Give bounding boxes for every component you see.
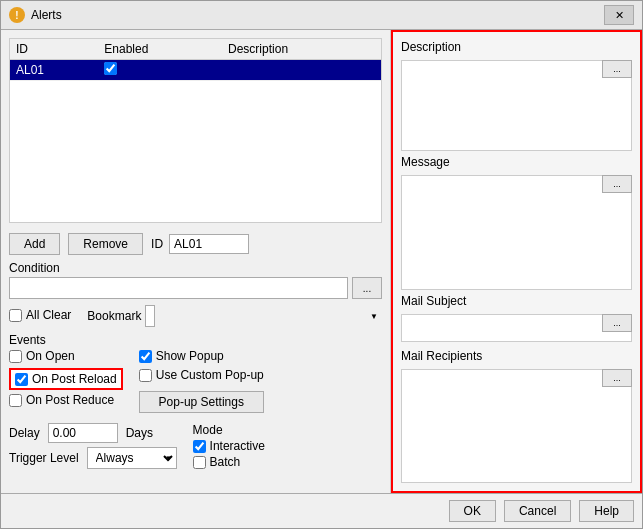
delay-trigger-col: Delay Days Trigger Level Always — [9, 419, 177, 469]
bookmark-row: Bookmark — [87, 305, 382, 327]
condition-section: Condition ... — [9, 261, 382, 299]
condition-row: ... — [9, 277, 382, 299]
id-input[interactable] — [169, 234, 249, 254]
condition-ellipsis-button[interactable]: ... — [352, 277, 382, 299]
mode-label: Mode — [193, 423, 265, 437]
on-post-reduce-row: On Post Reduce — [9, 393, 123, 407]
mail-recipients-field: ... — [401, 369, 632, 483]
on-post-reduce-checkbox[interactable] — [9, 394, 22, 407]
message-textarea[interactable] — [401, 175, 632, 289]
mail-subject-textarea[interactable] — [401, 314, 632, 342]
delay-input[interactable] — [48, 423, 118, 443]
app-icon: ! — [9, 7, 25, 23]
events-section: Events On Open On Post Reload — [9, 333, 382, 413]
allclear-bookmark-row: All Clear Bookmark — [9, 305, 382, 327]
mail-subject-field: ... — [401, 314, 632, 345]
all-clear-label: All Clear — [26, 308, 71, 322]
trigger-select-wrapper: Always — [87, 447, 177, 469]
days-label: Days — [126, 426, 153, 440]
use-custom-popup-row: Use Custom Pop-up — [139, 368, 264, 382]
show-popup-row: Show Popup — [139, 349, 264, 363]
description-ellipsis-button[interactable]: ... — [602, 60, 632, 78]
main-content: ID Enabled Description AL01 — [1, 30, 642, 493]
all-clear-row: All Clear — [9, 308, 71, 322]
on-post-reload-row: On Post Reload — [9, 368, 123, 390]
batch-checkbox[interactable] — [193, 456, 206, 469]
bookmark-label: Bookmark — [87, 309, 141, 323]
mail-recipients-label: Mail Recipients — [401, 349, 632, 363]
all-clear-checkbox[interactable] — [9, 309, 22, 322]
delay-label: Delay — [9, 426, 40, 440]
table-header-row: ID Enabled Description — [10, 39, 381, 60]
use-custom-popup-checkbox[interactable] — [139, 369, 152, 382]
bookmark-select-wrapper — [145, 305, 382, 327]
delay-row: Delay Days — [9, 423, 177, 443]
batch-row: Batch — [193, 455, 265, 469]
trigger-row: Trigger Level Always — [9, 447, 177, 469]
id-label: ID — [151, 237, 163, 251]
delay-mode-row: Delay Days Trigger Level Always — [9, 419, 382, 471]
interactive-row: Interactive — [193, 439, 265, 453]
interactive-label: Interactive — [210, 439, 265, 453]
mail-subject-label: Mail Subject — [401, 294, 632, 308]
show-popup-checkbox[interactable] — [139, 350, 152, 363]
col-enabled: Enabled — [98, 39, 222, 60]
alerts-window: ! Alerts ✕ ID Enabled Description — [0, 0, 643, 529]
cell-enabled — [98, 60, 222, 81]
cancel-button[interactable]: Cancel — [504, 500, 571, 522]
mode-section: Mode Interactive Batch — [193, 423, 265, 471]
description-label: Description — [401, 40, 632, 54]
interactive-checkbox[interactable] — [193, 440, 206, 453]
mail-recipients-textarea[interactable] — [401, 369, 632, 483]
condition-label: Condition — [9, 261, 382, 275]
on-open-label: On Open — [26, 349, 75, 363]
id-field: ID — [151, 234, 249, 254]
action-row: Add Remove ID — [9, 233, 382, 255]
remove-button[interactable]: Remove — [68, 233, 143, 255]
help-button[interactable]: Help — [579, 500, 634, 522]
close-button[interactable]: ✕ — [604, 5, 634, 25]
popup-settings-button[interactable]: Pop-up Settings — [139, 391, 264, 413]
table-row[interactable]: AL01 — [10, 60, 381, 81]
on-post-reduce-label: On Post Reduce — [26, 393, 114, 407]
on-open-row: On Open — [9, 349, 123, 363]
condition-input[interactable] — [9, 277, 348, 299]
on-post-reload-checkbox[interactable] — [15, 373, 28, 386]
title-bar: ! Alerts ✕ — [1, 1, 642, 30]
ok-button[interactable]: OK — [449, 500, 496, 522]
mail-subject-ellipsis-button[interactable]: ... — [602, 314, 632, 332]
add-button[interactable]: Add — [9, 233, 60, 255]
alerts-table-container: ID Enabled Description AL01 — [9, 38, 382, 223]
window-title: Alerts — [31, 8, 62, 22]
col-description: Description — [222, 39, 381, 60]
description-textarea[interactable] — [401, 60, 632, 151]
trigger-level-label: Trigger Level — [9, 451, 79, 465]
message-label: Message — [401, 155, 632, 169]
col-id: ID — [10, 39, 98, 60]
events-inner: On Open On Post Reload On Post Reduce — [9, 349, 382, 413]
cell-id: AL01 — [10, 60, 98, 81]
mail-recipients-ellipsis-button[interactable]: ... — [602, 369, 632, 387]
description-field: ... — [401, 60, 632, 151]
message-ellipsis-button[interactable]: ... — [602, 175, 632, 193]
show-popup-label: Show Popup — [156, 349, 224, 363]
alerts-table: ID Enabled Description AL01 — [10, 39, 381, 81]
events-right: Show Popup Use Custom Pop-up Pop-up Sett… — [139, 349, 264, 413]
message-field: ... — [401, 175, 632, 289]
left-panel: ID Enabled Description AL01 — [1, 30, 391, 493]
bookmark-select[interactable] — [145, 305, 155, 327]
footer: OK Cancel Help — [1, 493, 642, 528]
trigger-select[interactable]: Always — [87, 447, 177, 469]
events-left: On Open On Post Reload On Post Reduce — [9, 349, 123, 413]
right-panel: Description ... Message ... Mail Subject… — [391, 30, 642, 493]
on-post-reload-label: On Post Reload — [32, 372, 117, 386]
cell-description — [222, 60, 381, 81]
on-open-checkbox[interactable] — [9, 350, 22, 363]
enabled-checkbox[interactable] — [104, 62, 117, 75]
batch-label: Batch — [210, 455, 241, 469]
events-label: Events — [9, 333, 382, 347]
use-custom-popup-label: Use Custom Pop-up — [156, 368, 264, 382]
